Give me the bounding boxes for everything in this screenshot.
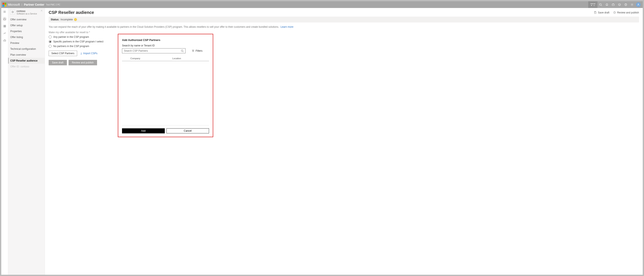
topbar: Microsoft | Partner Center Test PMC 2 PC… (1, 1, 643, 8)
svg-point-23 (181, 50, 183, 51)
environment-label: Test PMC 2 PC (46, 4, 60, 6)
search-icon[interactable] (598, 1, 604, 8)
settings-icon[interactable] (629, 1, 635, 8)
feedback-icon[interactable] (616, 1, 622, 8)
save-draft-button[interactable]: Save draft (49, 60, 67, 65)
import-csps-link[interactable]: Import CSPs (80, 52, 98, 55)
target-icon[interactable]: ◎ (594, 5, 595, 6)
product-name[interactable]: Partner Center (24, 3, 44, 6)
svg-rect-19 (13, 11, 14, 12)
brand: Microsoft (8, 3, 20, 6)
nav-preview[interactable]: Preview (8, 40, 45, 46)
svg-line-24 (183, 51, 184, 52)
microsoft-logo (2, 3, 6, 7)
status-indicator-icon (74, 18, 77, 21)
page-title: CSP Reseller audience (49, 10, 94, 15)
description: You can expand the reach of your offer b… (49, 25, 639, 28)
offer-name: contoso (16, 10, 37, 13)
move-icon[interactable]: ✥ (591, 5, 592, 6)
sidebar: contoso Software as a Service ⇱ Offer ov… (8, 8, 45, 275)
add-csp-partners-modal: Add Authorized CSP Partners Search by na… (118, 34, 213, 137)
select-csp-partners-button[interactable]: Select CSP Partners (49, 51, 77, 56)
offer-subtitle: Software as a Service (16, 13, 37, 15)
svg-point-0 (600, 4, 602, 6)
search-icon[interactable] (181, 50, 184, 52)
col-company: Company (130, 57, 172, 60)
svg-rect-14 (5, 25, 6, 26)
upload-icon (80, 52, 82, 55)
nav-offer-setup[interactable]: Offer setup (8, 23, 45, 28)
home-icon[interactable] (2, 17, 7, 21)
filters-button[interactable]: Filters (192, 49, 202, 52)
table-header: Company Location (122, 56, 209, 61)
resell-label: Make my offer available for resell to * (49, 31, 639, 34)
status-value: Incomplete (60, 18, 73, 21)
svg-point-7 (626, 5, 626, 6)
status-bar: Status: Incomplete (49, 17, 639, 23)
col-location: Location (172, 57, 209, 60)
svg-rect-15 (4, 26, 4, 27)
menu-icon[interactable] (2, 10, 7, 14)
save-draft-top[interactable]: Save draft (594, 11, 610, 14)
svg-point-8 (632, 4, 632, 5)
svg-rect-21 (595, 12, 596, 12)
toolbox-icon[interactable] (2, 38, 7, 42)
nav-technical-configuration[interactable]: Technical configuration (8, 46, 45, 52)
svg-rect-20 (13, 12, 14, 13)
svg-rect-18 (12, 11, 12, 13)
left-rail (1, 8, 8, 275)
nav-offer-id: Offer ID: contoso (8, 64, 45, 70)
filter-icon (192, 50, 194, 52)
cancel-button[interactable]: Cancel (166, 128, 209, 133)
svg-line-1 (601, 5, 602, 6)
nav-plan-overview[interactable]: Plan overview (8, 52, 45, 58)
analytics-icon[interactable] (2, 31, 7, 35)
search-box[interactable] (122, 48, 186, 53)
svg-point-3 (618, 4, 621, 6)
search-input[interactable] (124, 49, 181, 52)
review-publish-button[interactable]: Review and publish (68, 60, 97, 65)
nav-offer-listing[interactable]: Offer listing (8, 34, 45, 40)
nav-properties[interactable]: Properties (8, 28, 45, 34)
svg-rect-13 (4, 25, 4, 26)
help-icon[interactable] (622, 1, 629, 8)
offer-card: contoso Software as a Service ⇱ (8, 8, 45, 17)
main-content: CSP Reseller audience Save draft Review … (45, 8, 643, 275)
svg-rect-16 (5, 26, 6, 27)
dashboard-icon[interactable] (2, 24, 7, 28)
review-publish-top[interactable]: Review and publish (613, 11, 639, 14)
notifications-icon[interactable] (604, 1, 610, 8)
user-avatar[interactable] (636, 2, 641, 7)
publish-icon (613, 11, 616, 14)
nav-csp-reseller-audience[interactable]: CSP Reseller audience (8, 58, 45, 64)
search-label: Search by name or Tenant ID (122, 44, 209, 47)
learn-more-link[interactable]: Learn more (280, 25, 293, 28)
save-icon (594, 11, 596, 14)
nav-offer-overview[interactable]: Offer overview (8, 17, 45, 23)
briefcase-icon[interactable] (610, 1, 616, 8)
add-button[interactable]: Add (122, 128, 165, 133)
svg-rect-2 (612, 4, 614, 6)
internal-badge: Internal ✥ ◎ (588, 1, 598, 8)
modal-title: Add Authorized CSP Partners (122, 38, 209, 42)
offer-thumb-icon (10, 10, 15, 14)
svg-rect-17 (4, 40, 6, 41)
pin-icon[interactable]: ⇱ (41, 10, 42, 12)
svg-point-9 (638, 4, 639, 5)
sidebar-nav: Offer overview Offer setup Properties Of… (8, 17, 45, 70)
modal-divider (122, 125, 209, 125)
